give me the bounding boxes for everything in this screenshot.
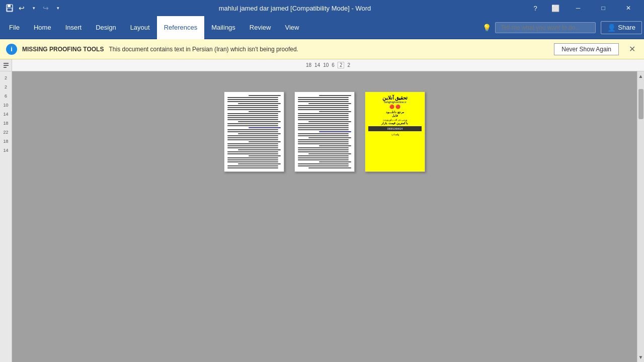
ad-icons-row: 🔴 🔴 [368,105,422,109]
ad-icon-2: 🔴 [389,105,394,109]
horizontal-ruler: 18 14 10 6 2 2 [0,59,644,71]
undo-dropdown-icon[interactable]: ▾ [28,3,39,14]
tab-insert[interactable]: Insert [58,16,89,39]
title-bar-left: ↩ ▾ ↪ ▾ [4,3,63,14]
view-ruler-icon[interactable] [0,59,12,71]
document-area[interactable]: تحقیق آنلاین Tahghighonline.ir 🔴 🔴 مرجع … [12,71,637,362]
svg-rect-3 [4,63,9,64]
page-content-1 [224,92,284,172]
ad-url: Tahghighonline.ir [368,101,422,104]
undo-icon[interactable]: ↩ [16,3,27,14]
window-title: mahlul jamed dar jamed [Compatibility Mo… [63,5,526,12]
ruler-corner [0,59,12,71]
ribbon: File Home Insert Design Layout Reference… [0,16,644,39]
title-bar-controls: ? ⬜ ─ □ ✕ [526,0,640,16]
info-letter: i [11,45,13,53]
minimize-button[interactable]: ─ [567,0,590,16]
svg-rect-1 [8,5,11,7]
share-button[interactable]: 👤 Share [601,21,642,34]
page-thumbnail-1[interactable] [224,92,284,172]
svg-rect-2 [7,8,12,11]
svg-rect-5 [4,67,7,68]
share-person-icon: 👤 [607,24,616,32]
page-thumbnail-2[interactable] [294,92,355,172]
ad-line2: فایل [368,114,422,117]
title-bar: ↩ ▾ ↪ ▾ mahlul jamed dar jamed [Compatib… [0,0,644,16]
main-content-area: 2 2 6 10 14 18 22 18 14 [0,71,644,362]
lightbulb-icon: 💡 [482,24,491,32]
quick-access-toolbar: ↩ ▾ ↪ ▾ [4,3,63,14]
share-label: Share [618,24,635,31]
svg-rect-4 [4,65,9,66]
notification-close-button[interactable]: ✕ [626,43,638,55]
info-icon: i [6,44,17,55]
notification-title: MISSING PROOFING TOOLS [22,46,104,53]
tab-mailings[interactable]: Mailings [204,16,243,39]
close-button[interactable]: ✕ [617,0,640,16]
never-show-again-button[interactable]: Never Show Again [554,43,619,55]
ruler-top-area: 18 14 10 6 2 2 [12,59,644,71]
ruler-highlight-box: 2 [338,62,345,68]
ribbon-display-icon[interactable]: ⬜ [546,0,565,16]
tab-view[interactable]: View [278,16,306,39]
scroll-down-button[interactable]: ▼ [638,354,643,360]
scroll-thumb[interactable] [638,89,643,119]
ribbon-search-area: 💡 [482,22,596,33]
notification-bar: i MISSING PROOFING TOOLS This document c… [0,39,644,59]
tab-layout[interactable]: Layout [123,16,157,39]
tab-review[interactable]: Review [243,16,278,39]
tab-file[interactable]: File [2,16,27,39]
pages-container: تحقیق آنلاین Tahghighonline.ir 🔴 🔴 مرجع … [224,92,425,172]
ad-icon-1: 🔴 [395,105,400,109]
page-content-2 [295,92,354,172]
notification-message: This document contains text in Persian (… [109,46,549,53]
tell-me-input[interactable] [495,22,596,33]
help-icon[interactable]: ? [526,0,544,16]
tab-design[interactable]: Design [89,16,123,39]
tab-references[interactable]: References [157,16,204,39]
save-icon[interactable] [4,3,15,14]
ad-line1: مرجع دانلـــود [368,110,422,114]
maximize-button[interactable]: □ [592,0,615,16]
scroll-up-button[interactable]: ▲ [638,73,643,79]
ruler-scale: 18 14 10 6 2 2 [306,62,350,68]
tab-home[interactable]: Home [27,16,58,39]
ad-line4: با کمترین قیمت بازار [368,121,422,125]
customize-icon[interactable]: ▾ [52,3,63,14]
page-ad-content: تحقیق آنلاین Tahghighonline.ir 🔴 🔴 مرجع … [365,92,425,139]
vertical-ruler: 2 2 6 10 14 18 22 18 14 [0,71,12,362]
ad-line5: واتساپ [368,133,422,136]
page-thumbnail-3[interactable]: تحقیق آنلاین Tahghighonline.ir 🔴 🔴 مرجع … [365,92,425,172]
ad-phone-box: 09981366624 [368,126,422,131]
ad-phone: 09981366624 [387,127,403,130]
ad-title: تحقیق آنلاین [368,95,422,101]
vertical-scrollbar[interactable]: ▲ ▼ [637,71,644,362]
redo-icon[interactable]: ↪ [40,3,51,14]
